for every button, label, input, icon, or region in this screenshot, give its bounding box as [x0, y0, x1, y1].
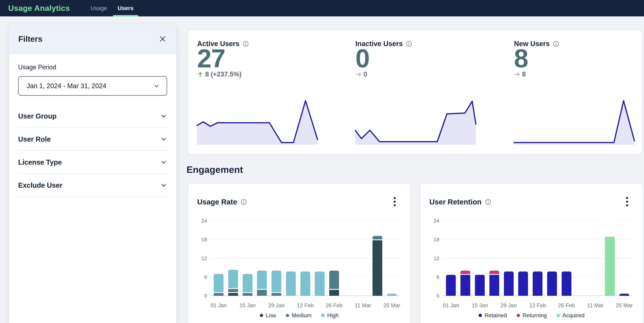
- acquired-legend-dot: [556, 314, 560, 317]
- usage-rate-chart: 0612182401 Jan15 Jan29 Jan12 Feb26 Feb11…: [188, 183, 410, 323]
- filter-section-exclude-user[interactable]: Exclude User: [18, 174, 167, 197]
- y-axis-tick-label: 18: [193, 237, 207, 242]
- bar-segment-high: [300, 271, 310, 296]
- y-axis-tick-label: 0: [193, 293, 207, 299]
- info-icon[interactable]: [553, 41, 559, 47]
- usage-period-select[interactable]: Jan 1, 2024 - Mar 31, 2024: [18, 76, 167, 96]
- bar-segment-high: [272, 271, 281, 292]
- arrow-right-icon: [514, 71, 520, 78]
- bar-segment-medium: [214, 293, 224, 296]
- filters-panel-body: Usage Period Jan 1, 2024 - Mar 31, 2024 …: [9, 54, 176, 197]
- legend-item-medium[interactable]: Medium: [286, 312, 312, 319]
- close-icon: [158, 35, 167, 43]
- chevron-down-icon: [160, 182, 167, 189]
- arrow-up-icon: [197, 71, 204, 78]
- legend-label: High: [327, 312, 339, 319]
- bar-segment-high: [257, 271, 267, 289]
- tab-users-label: Users: [118, 5, 134, 12]
- legend-label: Medium: [292, 312, 312, 319]
- bar-segment-retained: [518, 271, 528, 296]
- kpi-value: 0: [356, 44, 369, 73]
- x-axis-tick-label: 25 Mar: [610, 302, 639, 309]
- bar-segment-acquired: [605, 237, 615, 296]
- chevron-down-icon: [160, 113, 167, 120]
- chevron-down-icon: [153, 82, 160, 89]
- chart-legend: LowMediumHigh: [188, 312, 410, 319]
- bar-segment-retained: [504, 271, 514, 296]
- x-axis-tick-label: 25 Mar: [377, 302, 407, 309]
- gridline: [442, 221, 633, 221]
- x-axis-tick-label: 29 Jan: [262, 302, 291, 309]
- legend-item-low[interactable]: Low: [260, 312, 276, 319]
- bar-segment-high: [315, 271, 324, 296]
- gridline: [442, 258, 633, 258]
- bar-segment-high: [286, 271, 296, 296]
- user-retention-chart: 0612182401 Jan15 Jan29 Jan12 Feb26 Feb11…: [420, 183, 643, 323]
- x-axis-tick-label: 11 Mar: [348, 302, 378, 309]
- info-icon[interactable]: [242, 41, 249, 47]
- tab-users[interactable]: Users: [112, 0, 139, 17]
- x-axis-tick-label: 15 Jan: [465, 302, 495, 309]
- filter-section-user-role[interactable]: User Role: [18, 128, 167, 151]
- low-legend-dot: [260, 314, 263, 317]
- bar-segment-retained: [533, 271, 542, 296]
- tab-usage[interactable]: Usage: [85, 0, 112, 17]
- gridline: [210, 258, 400, 258]
- usage-period-label: Usage Period: [18, 64, 167, 71]
- legend-label: Acquired: [562, 312, 584, 319]
- x-axis-tick-label: 26 Feb: [319, 302, 349, 309]
- filters-panel-header: Filters: [9, 25, 176, 54]
- filter-sections: User GroupUser RoleLicense TypeExclude U…: [18, 105, 167, 197]
- active-tab-indicator: [113, 15, 138, 17]
- kpi-value: 27: [197, 44, 225, 73]
- x-axis-tick-label: 11 Mar: [580, 302, 610, 309]
- bar-segment-retained: [620, 294, 629, 296]
- legend-label: Low: [266, 312, 276, 319]
- bar-segment-high: [214, 274, 224, 292]
- bar-segment-low: [329, 290, 339, 296]
- chevron-down-icon: [160, 159, 167, 166]
- legend-item-returning[interactable]: Returning: [517, 312, 547, 319]
- high-legend-dot: [321, 314, 324, 317]
- filter-section-label: Exclude User: [18, 181, 62, 189]
- kpi-value: 8: [514, 44, 528, 73]
- filter-section-license-type[interactable]: License Type: [18, 151, 167, 174]
- main-content: Active Users278 (+237.5%)Inactive Users0…: [188, 0, 644, 323]
- bar-segment-retained: [446, 275, 456, 296]
- top-navbar: Usage Analytics Usage Users: [0, 0, 644, 17]
- arrow-right-icon: [356, 71, 362, 78]
- bar-segment-returning: [490, 271, 499, 274]
- nav-tabs: Usage Users: [85, 0, 139, 17]
- legend-label: Returning: [522, 312, 547, 319]
- bar-segment-medium: [257, 290, 267, 296]
- sparkline-active-users: [197, 98, 318, 145]
- legend-item-high[interactable]: High: [321, 312, 339, 319]
- filter-section-label: User Role: [18, 135, 51, 143]
- user-retention-card: User Retention 0612182401 Jan15 Jan29 Ja…: [420, 183, 643, 323]
- legend-item-acquired[interactable]: Acquired: [556, 312, 584, 319]
- kpi-delta: 8: [514, 71, 526, 78]
- chart-legend: RetainedReturningAcquired: [420, 312, 643, 319]
- legend-item-retained[interactable]: Retained: [478, 312, 507, 319]
- section-heading-engagement: Engagement: [186, 164, 243, 175]
- bar-segment-high: [243, 274, 252, 292]
- kpi-delta-text: 8 (+237.5%): [205, 71, 242, 78]
- y-axis-tick-label: 24: [425, 218, 439, 224]
- returning-legend-dot: [517, 314, 520, 317]
- kpi-inactive-users: Inactive Users00: [356, 30, 476, 154]
- x-axis-tick-label: 01 Jan: [436, 302, 466, 309]
- app-title: Usage Analytics: [8, 4, 70, 13]
- x-axis-tick-label: 12 Feb: [290, 302, 320, 309]
- bar-segment-retained: [490, 275, 499, 296]
- gridline: [210, 239, 400, 240]
- retained-legend-dot: [478, 314, 482, 317]
- kpi-active-users: Active Users278 (+237.5%): [197, 30, 318, 154]
- bar-segment-retained: [460, 275, 470, 296]
- close-filters-button[interactable]: [158, 34, 168, 44]
- filter-section-user-group[interactable]: User Group: [18, 105, 167, 128]
- bar-segment-retained: [547, 271, 557, 296]
- x-axis-tick-label: 01 Jan: [204, 302, 234, 309]
- bar-segment-retained: [475, 275, 485, 296]
- info-icon[interactable]: [406, 41, 412, 47]
- filters-title: Filters: [18, 34, 42, 44]
